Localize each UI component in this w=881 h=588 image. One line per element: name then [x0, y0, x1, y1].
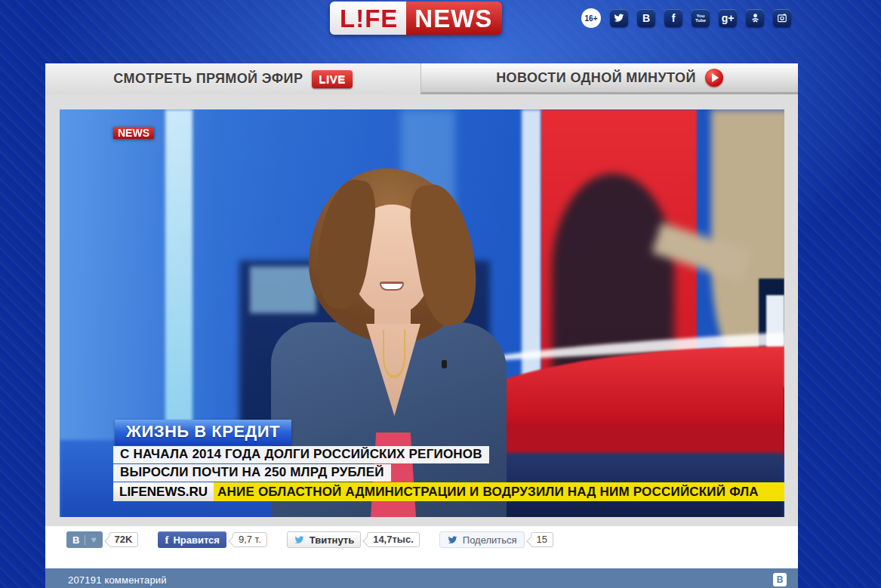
- logo-life-part: L!FE: [330, 2, 406, 35]
- content-panel: СМОТРЕТЬ ПРЯМОЙ ЭФИР LIVE НОВОСТИ ОДНОЙ …: [45, 63, 798, 588]
- facebook-like-label: Нравится: [173, 534, 220, 546]
- facebook-f-icon: f: [165, 534, 168, 546]
- facebook-like-count: 9,7 т.: [233, 532, 267, 547]
- tweet-button[interactable]: Твитнуть: [287, 531, 361, 548]
- vk-like-widget: В ♥ 72K: [66, 531, 138, 548]
- tweet-button-label: Твитнуть: [310, 534, 354, 546]
- vk-button-divider: [85, 535, 85, 545]
- tab-bar: СМОТРЕТЬ ПРЯМОЙ ЭФИР LIVE НОВОСТИ ОДНОЙ …: [45, 63, 798, 94]
- facebook-like-widget: f Нравится 9,7 т.: [158, 531, 266, 548]
- lower-third-subtitles: С НАЧАЛА 2014 ГОДА ДОЛГИ РОССИЙСКИХ РЕГИ…: [113, 446, 489, 482]
- tab-one-minute-news-label: НОВОСТИ ОДНОЙ МИНУТОЙ: [496, 70, 696, 86]
- tweet-count: 14,7тыс.: [367, 532, 420, 547]
- play-icon[interactable]: [705, 69, 723, 87]
- twitter-share-widget: Твитнуть 14,7тыс.: [287, 531, 420, 548]
- subtitle-line: С НАЧАЛА 2014 ГОДА ДОЛГИ РОССИЙСКИХ РЕГИ…: [113, 446, 489, 463]
- tab-watch-live-label: СМОТРЕТЬ ПРЯМОЙ ЭФИР: [113, 71, 303, 87]
- vk-logo-glyph: В: [72, 534, 79, 546]
- vkontakte-icon[interactable]: В: [637, 9, 655, 27]
- ticker-site-label: LIFENEWS.RU: [113, 482, 214, 501]
- mailru-bird-icon: [447, 535, 458, 545]
- odnoklassniki-icon[interactable]: [746, 9, 764, 27]
- share-buttons-row: В ♥ 72K f Нравится 9,7 т. Твитнуть 14,7т…: [66, 531, 798, 549]
- comments-header-bar: 207191 комментарий В: [45, 568, 798, 588]
- tab-watch-live[interactable]: СМОТРЕТЬ ПРЯМОЙ ЭФИР LIVE: [45, 63, 420, 94]
- news-ticker: LIFENEWS.RU АНИЕ ОБЛАСТНОЙ АДМИНИСТРАЦИИ…: [113, 482, 784, 501]
- subtitle-line: ВЫРОСЛИ ПОЧТИ НА 250 МЛРД РУБЛЕЙ: [113, 464, 391, 482]
- logo-news-part: NEWS: [406, 2, 502, 35]
- anchor-necklace: [383, 330, 405, 378]
- site-logo[interactable]: L!FE NEWS: [330, 2, 502, 35]
- vk-like-count: 72K: [109, 532, 139, 547]
- instagram-icon[interactable]: [773, 9, 791, 27]
- facebook-icon[interactable]: f: [664, 9, 682, 27]
- watermark-news-part: NEWS: [113, 127, 154, 139]
- live-badge: LIVE: [312, 70, 352, 88]
- video-player[interactable]: L!FE NEWS ЖИЗНЬ В КРЕДИТ С НАЧАЛА 2014 Г…: [60, 109, 784, 517]
- comments-section: 207191 комментарий В: [45, 568, 798, 588]
- video-frame: L!FE NEWS ЖИЗНЬ В КРЕДИТ С НАЧАЛА 2014 Г…: [45, 94, 798, 526]
- mailru-share-widget: Поделиться 15: [439, 531, 553, 548]
- vk-comments-icon[interactable]: В: [773, 573, 787, 586]
- twitter-bird-icon: [294, 535, 305, 545]
- googleplus-icon[interactable]: g+: [719, 9, 737, 27]
- anchor-smile: [380, 282, 404, 291]
- facebook-like-button[interactable]: f Нравится: [158, 531, 226, 548]
- share-button[interactable]: Поделиться: [439, 531, 525, 548]
- studio-lit-screen: [250, 266, 316, 313]
- heart-icon: ♥: [91, 534, 96, 545]
- vk-like-button[interactable]: В ♥: [66, 531, 103, 548]
- comments-count-label: 207191 комментарий: [68, 574, 167, 586]
- share-button-label: Поделиться: [463, 534, 517, 546]
- anchor-microphone: [442, 360, 447, 368]
- age-rating-badge: 16+: [581, 8, 601, 28]
- tab-one-minute-news[interactable]: НОВОСТИ ОДНОЙ МИНУТОЙ: [420, 63, 798, 94]
- ticker-scrolling-text: АНИЕ ОБЛАСТНОЙ АДМИНИСТРАЦИИ И ВОДРУЗИЛИ…: [214, 482, 784, 501]
- studio-cyan-pillar: [165, 109, 193, 445]
- youtube-icon[interactable]: You Tube: [692, 9, 710, 27]
- twitter-icon[interactable]: [610, 9, 628, 27]
- lower-third-title: ЖИЗНЬ В КРЕДИТ: [115, 420, 291, 445]
- share-count: 15: [531, 532, 553, 547]
- social-icons-bar: 16+ В f You Tube g+: [581, 8, 791, 28]
- youtube-icon-text-bottom: Tube: [695, 18, 706, 23]
